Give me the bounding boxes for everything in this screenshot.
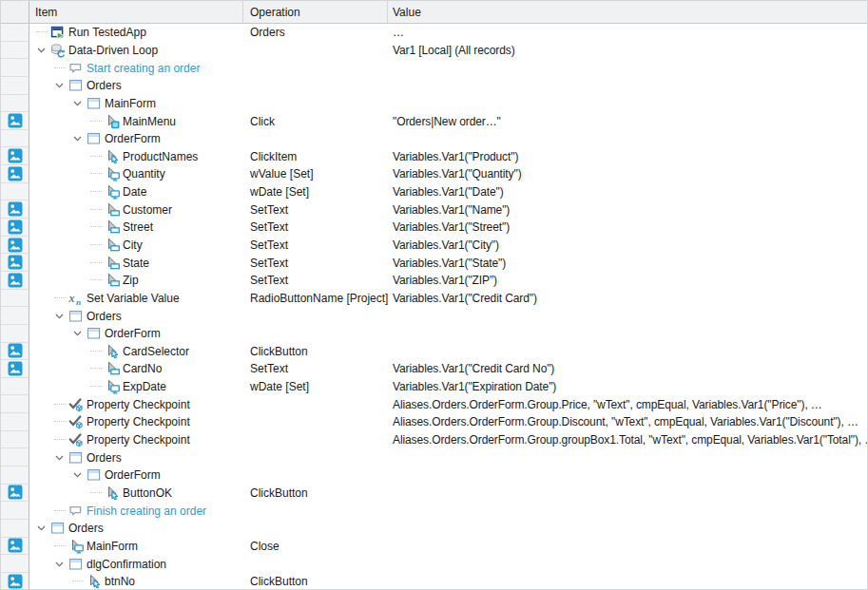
image-attachment-icon[interactable] [7, 113, 23, 128]
test-step-row[interactable]: Orders [1, 307, 867, 325]
image-attachment-icon[interactable] [7, 485, 23, 500]
test-step-row[interactable]: MainFormClose [1, 538, 867, 556]
attachment-cell[interactable] [1, 538, 29, 556]
chevron-down-icon[interactable] [69, 95, 86, 113]
column-header-value[interactable]: Value [388, 1, 867, 23]
image-attachment-icon[interactable] [7, 538, 23, 553]
test-step-row[interactable]: OrderForm [1, 130, 867, 148]
test-step-row[interactable]: Property CheckpointAliases.Orders.OrderF… [1, 413, 867, 431]
test-step-row[interactable]: StateSetTextVariables.Var1("State") [1, 254, 867, 272]
attachment-cell[interactable] [1, 219, 29, 237]
test-step-row[interactable]: MainForm [1, 95, 867, 113]
step-label: dlgConfirmation [87, 558, 166, 571]
image-attachment-icon[interactable] [7, 148, 23, 163]
gutter-column-header[interactable] [1, 1, 29, 23]
tree-guide [69, 573, 86, 590]
tree-indent [29, 545, 51, 546]
step-label: Run TestedApp [68, 26, 146, 39]
set-text-icon [104, 273, 120, 288]
gutter-cell [1, 290, 29, 308]
test-step-row[interactable]: MainMenuClick"Orders|New order…" [1, 112, 867, 130]
tree-guide [87, 219, 104, 237]
step-item-cell: Orders [29, 520, 243, 538]
attachment-cell[interactable] [1, 254, 29, 272]
attachment-cell[interactable] [1, 237, 29, 255]
attachment-cell[interactable] [1, 112, 29, 130]
test-step-row[interactable]: Start creating an order [1, 59, 867, 77]
test-step-row[interactable]: Data-Driven LoopVar1 [Local] (All record… [1, 42, 867, 60]
test-step-row[interactable]: OrderForm [1, 466, 867, 485]
test-step-row[interactable]: ProductNamesClickItemVariables.Var1("Pro… [1, 147, 867, 165]
image-attachment-icon[interactable] [7, 574, 23, 589]
test-step-row[interactable]: xnSet Variable ValueRadioButtonName [Pro… [1, 290, 867, 308]
test-step-row[interactable]: CardNoSetTextVariables.Var1("Credit Card… [1, 360, 867, 378]
test-step-row[interactable]: ButtonOKClickButton [1, 485, 867, 503]
chevron-down-icon[interactable] [51, 307, 68, 325]
test-step-row[interactable]: OrderForm [1, 325, 867, 343]
test-step-row[interactable]: ExpDatewDate [Set]Variables.Var1("Expira… [1, 378, 867, 396]
test-step-row[interactable]: DatewDate [Set]Variables.Var1("Date") [1, 183, 867, 201]
test-step-row[interactable]: Property CheckpointAliases.Orders.OrderF… [1, 431, 867, 449]
chevron-down-icon[interactable] [33, 42, 49, 60]
chevron-down-icon[interactable] [69, 325, 86, 343]
step-value: "Orders|New order…" [388, 112, 867, 130]
image-attachment-icon[interactable] [7, 273, 23, 288]
image-attachment-icon[interactable] [7, 343, 23, 358]
image-attachment-icon[interactable] [7, 166, 23, 181]
attachment-cell[interactable] [1, 485, 29, 503]
step-label: Set Variable Value [87, 292, 180, 305]
gutter-cell [1, 395, 29, 413]
comment-icon [68, 61, 84, 76]
image-attachment-icon[interactable] [7, 361, 23, 376]
test-step-row[interactable]: dlgConfirmation [1, 555, 867, 573]
attachment-cell[interactable] [1, 165, 29, 183]
image-attachment-icon[interactable] [7, 201, 23, 217]
tree-guide [33, 24, 49, 42]
attachment-cell[interactable] [1, 360, 29, 378]
attachment-cell[interactable] [1, 200, 29, 219]
keyword-test-editor: Item Operation Value Run TestedAppOrders… [0, 0, 868, 590]
chevron-down-icon[interactable] [69, 130, 86, 148]
step-value [388, 573, 867, 590]
image-attachment-icon[interactable] [7, 255, 23, 270]
test-step-row[interactable]: btnNoClickButton [1, 573, 867, 590]
set-text-icon [104, 238, 120, 253]
test-step-row[interactable]: Property CheckpointAliases.Orders.OrderF… [1, 395, 867, 413]
tree-guide [87, 378, 104, 396]
chevron-down-icon[interactable] [51, 448, 68, 466]
attachment-cell[interactable] [1, 343, 29, 361]
test-step-row[interactable]: Orders [1, 520, 867, 538]
tree-guide [87, 147, 104, 165]
step-value [388, 448, 867, 466]
test-step-row[interactable]: CustomerSetTextVariables.Var1("Name") [1, 200, 867, 219]
chevron-down-icon[interactable] [33, 520, 49, 538]
test-step-row[interactable]: Orders [1, 448, 867, 466]
chevron-down-icon[interactable] [51, 555, 68, 573]
tree-indent [29, 280, 87, 281]
column-header-item[interactable]: Item [29, 1, 243, 23]
chevron-down-icon[interactable] [69, 466, 86, 485]
test-step-row[interactable]: CitySetTextVariables.Var1("City") [1, 237, 867, 255]
chevron-down-icon[interactable] [51, 77, 68, 95]
image-attachment-icon[interactable] [7, 238, 23, 253]
step-operation [243, 502, 388, 520]
attachment-cell[interactable] [1, 573, 29, 590]
test-step-row[interactable]: QuantitywValue [Set]Variables.Var1("Quan… [1, 165, 867, 183]
test-step-row[interactable]: CardSelectorClickButton [1, 343, 867, 361]
step-item-cell: State [29, 254, 243, 272]
step-label: Property Checkpoint [87, 398, 190, 411]
image-attachment-icon[interactable] [7, 219, 23, 235]
test-step-row[interactable]: StreetSetTextVariables.Var1("Street") [1, 219, 867, 237]
attachment-cell[interactable] [1, 272, 29, 290]
step-item-cell: Orders [29, 307, 243, 325]
gutter-cell [1, 183, 29, 201]
tree-guide [51, 538, 68, 556]
test-step-row[interactable]: ZipSetTextVariables.Var1("ZIP") [1, 272, 867, 290]
column-header-operation[interactable]: Operation [243, 1, 388, 23]
test-step-row[interactable]: Finish creating an order [1, 502, 867, 520]
test-step-row[interactable]: Orders [1, 77, 867, 95]
test-step-row[interactable]: Run TestedAppOrders… [1, 24, 867, 42]
step-label: Orders [87, 79, 122, 92]
attachment-cell[interactable] [1, 147, 29, 165]
step-item-cell: Start creating an order [29, 59, 243, 77]
